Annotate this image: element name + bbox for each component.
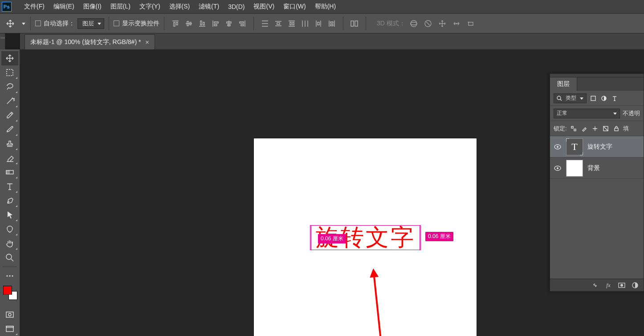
- separator: [253, 17, 254, 30]
- auto-select-target-dropdown[interactable]: 图层: [77, 18, 104, 29]
- layer-name[interactable]: 旋转文字: [587, 143, 612, 151]
- shape-tool[interactable]: [1, 222, 18, 236]
- mode3d-roll-button[interactable]: [422, 18, 434, 29]
- link-layers-button[interactable]: [591, 281, 599, 289]
- hand-tool[interactable]: [1, 236, 18, 251]
- zoom-tool[interactable]: [1, 251, 18, 265]
- layer-thumbnail[interactable]: T: [566, 138, 583, 155]
- text-handle-left[interactable]: [310, 225, 312, 250]
- clone-stamp-tool[interactable]: [1, 137, 18, 151]
- layer-filter-label: 类型: [566, 94, 576, 102]
- align-vcenter-button[interactable]: [182, 17, 196, 30]
- distribute-vcenter-button[interactable]: [272, 17, 285, 30]
- layers-panel: 图层 类型 正常 不透明 锁定: 填 T 旋转文字: [550, 73, 644, 291]
- svg-point-18: [557, 96, 561, 100]
- filter-pixel-button[interactable]: [589, 94, 597, 102]
- layer-thumbnail[interactable]: [566, 160, 583, 177]
- separator: [30, 17, 31, 30]
- gradient-tool[interactable]: [1, 165, 18, 179]
- menu-edit[interactable]: 编辑(E): [49, 0, 79, 13]
- close-tab-button[interactable]: ×: [145, 39, 149, 46]
- menu-help[interactable]: 帮助(H): [310, 0, 340, 13]
- pen-tool[interactable]: [1, 194, 18, 208]
- shape-icon: [5, 224, 15, 234]
- layer-mask-button[interactable]: [618, 281, 626, 289]
- visibility-toggle[interactable]: [554, 164, 562, 172]
- lock-pixels-button[interactable]: [580, 125, 588, 133]
- eyedropper-tool[interactable]: [1, 108, 18, 122]
- lasso-tool[interactable]: [1, 80, 18, 94]
- search-icon: [557, 96, 562, 101]
- panel-tabs: 图层: [550, 77, 644, 91]
- zoom-icon: [5, 253, 15, 263]
- svg-rect-17: [6, 326, 13, 328]
- quickmask-button[interactable]: [1, 308, 18, 322]
- distribute-group: [258, 17, 338, 30]
- distribute-right-button[interactable]: [325, 17, 338, 30]
- separator: [164, 17, 164, 30]
- magic-wand-tool[interactable]: [1, 94, 18, 108]
- foreground-swatch[interactable]: [3, 286, 12, 295]
- layer-item-text[interactable]: T 旋转文字: [550, 136, 644, 158]
- move-tool[interactable]: [1, 51, 18, 65]
- color-swatches[interactable]: [2, 285, 17, 300]
- auto-select-label: 自动选择：: [44, 20, 75, 28]
- align-bottom-button[interactable]: [196, 17, 209, 30]
- layer-filter-dropdown[interactable]: 类型: [554, 93, 587, 103]
- align-right-button[interactable]: [236, 17, 249, 30]
- document-tab[interactable]: 未标题-1 @ 100% (旋转文字, RGB/8#) * ×: [24, 34, 155, 49]
- distribute-top-button[interactable]: [258, 17, 272, 30]
- distribute-left-button[interactable]: [298, 17, 312, 30]
- filter-adjust-button[interactable]: [600, 94, 608, 102]
- lock-all-button[interactable]: [612, 125, 620, 133]
- align-left-button[interactable]: [209, 17, 222, 30]
- menu-layer[interactable]: 图层(L): [106, 0, 135, 13]
- visibility-toggle[interactable]: [554, 143, 562, 151]
- align-top-button[interactable]: [169, 17, 182, 30]
- menu-image[interactable]: 图像(I): [79, 0, 106, 13]
- layer-name[interactable]: 背景: [587, 164, 600, 172]
- lock-artboard-button[interactable]: [602, 125, 610, 133]
- lock-position-button[interactable]: [591, 125, 599, 133]
- layers-tab[interactable]: 图层: [550, 77, 577, 91]
- marquee-tool[interactable]: [1, 65, 18, 80]
- panel-handle[interactable]: [1, 37, 4, 39]
- chevron-down-icon[interactable]: [21, 21, 26, 26]
- ellipsis-icon: [5, 274, 15, 278]
- mode3d-scale-button[interactable]: [465, 18, 477, 29]
- menu-3d[interactable]: 3D(D): [224, 0, 249, 13]
- text-handle-right[interactable]: [419, 225, 421, 250]
- adjustment-layer-button[interactable]: [631, 281, 639, 289]
- menu-filter[interactable]: 滤镜(T): [194, 0, 224, 13]
- align-hcenter-button[interactable]: [222, 17, 236, 30]
- mode3d-slide-button[interactable]: [451, 18, 462, 29]
- distribute-hcenter-button[interactable]: [312, 17, 325, 30]
- mode3d-orbit-button[interactable]: [408, 18, 420, 29]
- lock-transparency-button[interactable]: [570, 125, 578, 133]
- brush-tool[interactable]: [1, 122, 18, 137]
- path-select-tool[interactable]: [1, 208, 18, 222]
- show-transform-checkbox[interactable]: 显示变换控件: [114, 20, 159, 28]
- mode3d-pan-button[interactable]: [436, 18, 448, 29]
- auto-select-checkbox[interactable]: 自动选择：: [35, 20, 75, 28]
- menu-bar: Ps 文件(F) 编辑(E) 图像(I) 图层(L) 文字(Y) 选择(S) 滤…: [0, 0, 644, 13]
- auto-align-button[interactable]: [348, 17, 361, 30]
- filter-type-button[interactable]: [611, 94, 619, 102]
- move-icon: [5, 19, 15, 28]
- menu-view[interactable]: 视图(V): [249, 0, 279, 13]
- edit-toolbar-button[interactable]: [1, 269, 18, 283]
- distribute-bottom-button[interactable]: [285, 17, 298, 30]
- layer-item-background[interactable]: 背景: [550, 158, 644, 179]
- canvas[interactable]: 旋转文字 0.06 厘米 0.06 厘米: [254, 138, 477, 336]
- menu-file[interactable]: 文件(F): [20, 0, 49, 13]
- layer-fx-button[interactable]: fx: [604, 281, 612, 289]
- menu-select[interactable]: 选择(S): [165, 0, 195, 13]
- type-tool[interactable]: [1, 179, 18, 194]
- eraser-tool[interactable]: [1, 151, 18, 165]
- screen-mode-button[interactable]: [1, 322, 18, 336]
- menu-window[interactable]: 窗口(W): [279, 0, 310, 13]
- menu-type[interactable]: 文字(Y): [135, 0, 165, 13]
- fill-label: 填: [623, 125, 629, 133]
- blend-mode-dropdown[interactable]: 正常: [554, 109, 620, 118]
- current-tool-indicator[interactable]: [3, 16, 18, 31]
